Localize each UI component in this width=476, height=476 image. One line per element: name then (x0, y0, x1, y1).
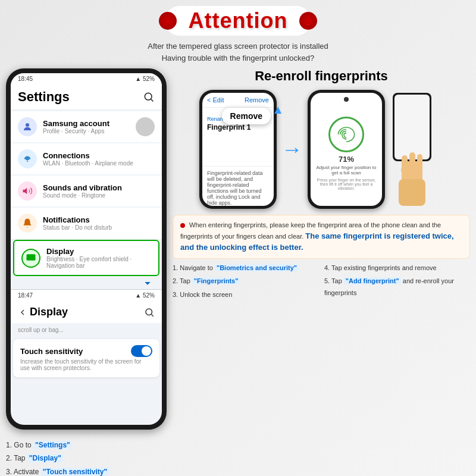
re-enroll-title: Re-enroll fingerprints (173, 68, 470, 84)
settings-title: Settings (18, 89, 70, 105)
instructions-left: 1. Go to "Settings" 2. Tap "Display" 3. … (6, 439, 167, 476)
svg-rect-12 (402, 155, 408, 173)
svg-line-1 (151, 99, 154, 102)
scan-percent: 71% (339, 155, 354, 164)
svg-rect-11 (399, 179, 425, 206)
right-step-3: 3. Unlock the screen (173, 289, 318, 301)
sounds-item-text: Sounds and vibration Sound mode · Ringto… (43, 183, 122, 199)
attention-subtitle: After the tempered glass screen protecto… (6, 40, 470, 64)
biometrics-highlight: "Biometrics and security" (215, 264, 299, 271)
scan-sub: Press your finger on the sensor, then li… (311, 177, 382, 192)
fingerprint-circle (328, 117, 364, 152)
svg-point-0 (145, 93, 152, 100)
svg-rect-13 (409, 152, 415, 170)
right-step-4: 4. Tap existing fingerprints and remove (324, 262, 470, 274)
instructions-right: 1. Navigate to "Biometrics and security"… (173, 262, 470, 303)
fingerprint-delete-text: Fingerprint-related data will be deleted… (202, 166, 274, 206)
attention-banner: Attention (6, 6, 470, 36)
display-scroll-hint: scroll up or bag... (11, 323, 162, 337)
right-step-1: 1. Navigate to "Biometrics and security" (173, 262, 318, 274)
main-content: 18:45 ▲ 52% Settings (6, 68, 470, 476)
edit-header: < Edit Remove (202, 93, 274, 108)
spacer (202, 136, 274, 154)
svg-point-5 (146, 309, 152, 315)
svg-rect-4 (27, 254, 36, 261)
fingerprints-highlight: "Fingerprints" (192, 277, 240, 284)
phone-scan-screen: 71% Adjust your finger position to get a… (311, 93, 382, 206)
left-panel: 18:45 ▲ 52% Settings (6, 68, 167, 476)
hand-area (390, 90, 443, 209)
re-enroll-phones: < Edit Remove Rename Fingerprint 1 Finge… (173, 90, 470, 209)
search-icon[interactable] (143, 91, 155, 103)
camera-dot (344, 97, 349, 102)
step-1-highlight: "Settings" (33, 441, 72, 449)
edit-remove-btn[interactable]: Remove (245, 96, 269, 104)
connections-icon (18, 149, 37, 168)
display-search-icon[interactable] (144, 307, 155, 318)
display-back[interactable]: Display (18, 306, 68, 318)
phone-edit-wrapper: < Edit Remove Rename Fingerprint 1 Finge… (199, 90, 277, 209)
step-2-highlight: "Display" (27, 454, 63, 462)
page: Attention After the tempered glass scree… (0, 0, 476, 476)
remove-popup: Remove (222, 108, 271, 124)
settings-item-sounds[interactable]: Sounds and vibration Sound mode · Ringto… (11, 176, 162, 206)
svg-line-6 (151, 314, 153, 316)
right-step-5: 5. Tap "Add fingerprint" and re-enroll y… (324, 275, 470, 299)
samsung-item-text: Samsung account Profile · Security · App… (43, 119, 109, 134)
svg-point-3 (27, 161, 28, 162)
step-2: 2. Tap "Display" (6, 452, 167, 464)
edit-back[interactable]: < Edit (207, 96, 224, 104)
display-header: Display (11, 301, 162, 323)
settings-item-display[interactable]: Display Brightness · Eye comfort shield … (13, 240, 159, 276)
bullet-info: When entering fingerprints, please keep … (173, 215, 470, 259)
hand-svg (390, 90, 443, 209)
phone-scan-mockup: 71% Adjust your finger position to get a… (308, 90, 385, 209)
bullet-dot (180, 223, 185, 228)
settings-item-notifications[interactable]: Notifications Status bar · Do not distur… (11, 208, 162, 239)
settings-item-connections[interactable]: Connections WLAN · Bluetooth · Airplane … (11, 143, 162, 174)
samsung-icon (18, 117, 37, 136)
step-3: 3. Activate "Touch sensitivity" (6, 466, 167, 476)
settings-header: Settings (11, 84, 162, 110)
touch-sensitivity-toggle[interactable] (131, 345, 152, 357)
display-sub-screen: 18:47 ▲ 52% Display scrol (11, 289, 162, 377)
fingerprint-name-value: Fingerprint 1 (207, 123, 269, 131)
attention-title-box: Attention (165, 6, 312, 36)
right-panel: Re-enroll fingerprints < Edit Remove Ren… (173, 68, 470, 476)
svg-point-2 (26, 123, 29, 127)
notifications-icon (18, 214, 37, 233)
step-1: 1. Go to "Settings" (6, 439, 167, 451)
avatar (136, 117, 155, 136)
right-step-2: 2. Tap "Fingerprints" (173, 275, 318, 287)
step-3-highlight: "Touch sensitivity" (41, 468, 109, 476)
remove-arrow: ▲ (272, 103, 284, 117)
notifications-item-text: Notifications Status bar · Do not distur… (43, 215, 112, 231)
add-fingerprint-highlight: "Add fingerprint" (344, 277, 401, 284)
sounds-icon (18, 181, 37, 201)
svg-rect-14 (417, 154, 422, 171)
instructions-col-left: 1. Navigate to "Biometrics and security"… (173, 262, 318, 303)
display-item-text: Display Brightness · Eye comfort shield … (46, 247, 151, 269)
svg-rect-8 (394, 95, 430, 159)
right-arrow: → (281, 137, 303, 162)
connections-item-text: Connections WLAN · Bluetooth · Airplane … (43, 151, 133, 167)
arrow-down-indicator (11, 277, 162, 289)
display-icon (21, 249, 40, 268)
touch-sensitivity-item[interactable]: Touch sensitivity Increase the touch sen… (13, 339, 159, 377)
attention-heading: Attention (189, 8, 288, 33)
settings-item-samsung[interactable]: Samsung account Profile · Security · App… (11, 111, 162, 142)
touch-sensitivity-label: Touch sensitivity (20, 347, 83, 356)
phone-mockup-left: 18:45 ▲ 52% Settings (6, 68, 167, 430)
touch-sensitivity-description: Increase the touch sensitivity of the sc… (20, 358, 152, 371)
phone-screen-left: 18:45 ▲ 52% Settings (11, 73, 162, 425)
instructions-col-right: 4. Tap existing fingerprints and remove … (324, 262, 470, 303)
scan-instruction: Adjust your finger position to get a ful… (311, 164, 382, 177)
display-status-bar: 18:47 ▲ 52% (11, 290, 162, 301)
status-bar-top: 18:45 ▲ 52% (11, 73, 162, 84)
